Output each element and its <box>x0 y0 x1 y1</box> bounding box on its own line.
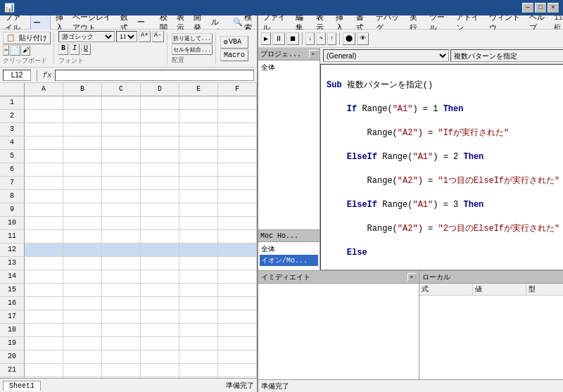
grid-cell[interactable] <box>141 123 179 136</box>
grid-cell[interactable] <box>102 337 141 350</box>
row-header[interactable]: 2 <box>0 110 25 122</box>
grid-cell[interactable] <box>218 163 257 176</box>
grid-cell[interactable] <box>179 350 218 363</box>
grid-cell[interactable] <box>218 110 257 122</box>
grid-cell[interactable] <box>218 364 257 377</box>
grid-cell[interactable] <box>63 297 102 310</box>
grid-cell[interactable] <box>179 137 218 149</box>
row-header[interactable]: 14 <box>0 270 25 283</box>
grid-cell[interactable] <box>25 190 63 203</box>
grid-cell[interactable] <box>25 163 63 176</box>
grid-cell[interactable] <box>218 177 257 189</box>
macro-btn[interactable]: Macro <box>220 49 248 61</box>
grid-cell[interactable] <box>179 310 218 323</box>
font-name-select[interactable]: 游ゴシック <box>58 31 115 42</box>
grid-cell[interactable] <box>179 324 218 336</box>
vba-stop-btn[interactable]: ⏹ <box>286 32 299 45</box>
grid-cell[interactable] <box>141 270 179 283</box>
excel-title-controls[interactable]: ─ □ × <box>522 3 559 13</box>
col-header-d[interactable]: D <box>141 83 179 96</box>
grid-cell[interactable] <box>141 230 179 243</box>
grid-cell[interactable] <box>179 270 218 283</box>
format-copy-btn[interactable]: 🖌 <box>21 45 30 56</box>
row-header[interactable]: 9 <box>0 203 25 216</box>
row-header[interactable]: 18 <box>0 324 25 336</box>
project-item-all2[interactable]: 全体 <box>260 244 318 255</box>
vba-pause-btn[interactable]: ⏸ <box>272 32 285 45</box>
merge-btn[interactable]: セルを結合... <box>172 44 213 55</box>
row-header[interactable]: 10 <box>0 217 25 229</box>
grid-cell[interactable] <box>63 284 102 296</box>
grid-cell[interactable] <box>102 244 141 256</box>
grid-cell[interactable] <box>141 150 179 163</box>
general-dropdown[interactable]: (General) <box>323 49 449 62</box>
row-header[interactable]: 4 <box>0 137 25 149</box>
grid-cell[interactable] <box>179 163 218 176</box>
grid-cell[interactable] <box>141 177 179 189</box>
grid-cell[interactable] <box>218 244 257 256</box>
col-header-c[interactable]: C <box>102 83 141 96</box>
grid-cell[interactable] <box>218 190 257 203</box>
row-header[interactable]: 16 <box>0 297 25 310</box>
grid-cell[interactable] <box>218 150 257 163</box>
grid-cell[interactable] <box>63 137 102 149</box>
grid-cell[interactable] <box>25 364 63 377</box>
grid-cell[interactable] <box>102 163 141 176</box>
vba-breakpoint-btn[interactable]: ⬤ <box>343 32 355 45</box>
italic-btn[interactable]: I <box>70 44 80 55</box>
grid-cell[interactable] <box>102 324 141 336</box>
grid-cell[interactable] <box>218 324 257 336</box>
row-header[interactable]: 19 <box>0 337 25 350</box>
vba-watch-btn[interactable]: 👁 <box>357 32 369 45</box>
grid-cell[interactable] <box>102 217 141 229</box>
grid-cell[interactable] <box>179 230 218 243</box>
grid-cell[interactable] <box>102 96 141 109</box>
vba-step-out-btn[interactable]: ↑ <box>327 32 336 45</box>
decrease-font-btn[interactable]: A- <box>152 31 164 42</box>
grid-cell[interactable] <box>63 350 102 363</box>
grid-cell[interactable] <box>218 284 257 296</box>
grid-cell[interactable] <box>179 364 218 377</box>
grid-cell[interactable] <box>218 203 257 216</box>
col-header-b[interactable]: B <box>63 83 102 96</box>
grid-cell[interactable] <box>218 96 257 109</box>
grid-cell[interactable] <box>179 337 218 350</box>
bold-btn[interactable]: B <box>58 44 68 55</box>
grid-cell[interactable] <box>218 310 257 323</box>
vba-step-over-btn[interactable]: ↷ <box>316 32 325 45</box>
grid-cell[interactable] <box>63 337 102 350</box>
sheet-tab[interactable]: Sheet1 <box>3 381 41 391</box>
increase-font-btn[interactable]: A+ <box>139 31 151 42</box>
grid-cell[interactable] <box>63 123 102 136</box>
grid-cell[interactable] <box>218 270 257 283</box>
grid-cell[interactable] <box>141 190 179 203</box>
row-header[interactable]: 6 <box>0 163 25 176</box>
immediate-close-btn[interactable]: × <box>407 273 416 282</box>
grid-cell[interactable] <box>25 244 63 256</box>
grid-cell[interactable] <box>179 217 218 229</box>
grid-cell[interactable] <box>102 123 141 136</box>
grid-cell[interactable] <box>179 297 218 310</box>
sub-dropdown[interactable]: 複数パターンを指定 <box>450 49 563 62</box>
grid-cell[interactable] <box>63 270 102 283</box>
close-btn[interactable]: × <box>548 3 559 13</box>
grid-cell[interactable] <box>218 217 257 229</box>
grid-cell[interactable] <box>102 257 141 270</box>
grid-cell[interactable] <box>25 284 63 296</box>
grid-cell[interactable] <box>218 297 257 310</box>
grid-cell[interactable] <box>179 190 218 203</box>
grid-cell[interactable] <box>179 284 218 296</box>
code-area[interactable]: Sub 複数パターンを指定() If Range("A1") = 1 Then … <box>320 64 563 270</box>
grid-cell[interactable] <box>25 324 63 336</box>
minimize-btn[interactable]: ─ <box>522 3 533 13</box>
grid-cell[interactable] <box>179 96 218 109</box>
grid-cell[interactable] <box>63 163 102 176</box>
grid-cell[interactable] <box>102 310 141 323</box>
grid-cell[interactable] <box>141 350 179 363</box>
grid-cell[interactable] <box>179 244 218 256</box>
grid-cell[interactable] <box>25 177 63 189</box>
grid-cell[interactable] <box>25 337 63 350</box>
grid-cell[interactable] <box>102 230 141 243</box>
cell-ref-input[interactable] <box>3 70 31 81</box>
grid-cell[interactable] <box>25 350 63 363</box>
